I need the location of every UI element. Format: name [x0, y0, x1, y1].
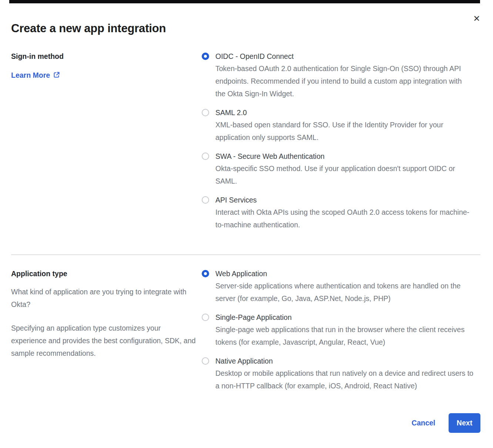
option-label: SAML 2.0 — [215, 108, 474, 117]
radio-single-page-application-icon[interactable] — [202, 314, 209, 321]
cancel-button[interactable]: Cancel — [412, 419, 435, 427]
learn-more-link[interactable]: Learn More — [11, 71, 60, 80]
top-edge-bar — [9, 0, 480, 3]
radio-oidc-icon[interactable] — [202, 53, 209, 60]
application-type-label: Application type — [11, 269, 202, 278]
next-button[interactable]: Next — [449, 413, 480, 433]
radio-api-services-icon[interactable] — [202, 196, 209, 204]
option-label: API Services — [215, 195, 474, 204]
option-description: Interact with Okta APIs using the scoped… — [215, 206, 474, 231]
application-type-question: What kind of application are you trying … — [11, 285, 198, 311]
external-link-icon — [53, 71, 60, 80]
option-description: Okta-specific SSO method. Use if your ap… — [215, 162, 474, 187]
radio-option-swa[interactable]: SWA - Secure Web Authentication Okta-spe… — [202, 152, 474, 187]
section-divider — [11, 254, 480, 255]
dialog-footer: Cancel Next — [11, 413, 480, 433]
option-description: Server-side applications where authentic… — [215, 280, 474, 305]
option-description: Single-page web applications that run in… — [215, 323, 474, 348]
dialog-title: Create a new app integration — [11, 21, 480, 36]
learn-more-label: Learn More — [11, 71, 50, 80]
option-description: Token-based OAuth 2.0 authentication for… — [215, 62, 474, 100]
radio-option-api-services[interactable]: API Services Interact with Okta APIs usi… — [202, 195, 474, 231]
sign-in-method-section: Sign-in method Learn More — [11, 52, 480, 231]
sign-in-method-label: Sign-in method — [11, 52, 202, 61]
option-label: SWA - Secure Web Authentication — [215, 152, 474, 161]
close-icon[interactable]: ✕ — [472, 13, 482, 24]
application-type-help-text: Specifying an application type customize… — [11, 322, 198, 360]
option-label: Native Application — [215, 357, 474, 365]
application-type-section: Application type What kind of applicatio… — [11, 269, 480, 392]
option-label: Single-Page Application — [215, 313, 474, 322]
radio-option-single-page-application[interactable]: Single-Page Application Single-page web … — [202, 313, 474, 348]
radio-option-web-application[interactable]: Web Application Server-side applications… — [202, 269, 474, 305]
option-label: Web Application — [215, 269, 474, 278]
radio-native-application-icon[interactable] — [202, 357, 209, 365]
option-description: Desktop or mobile applications that run … — [215, 367, 474, 392]
radio-web-application-icon[interactable] — [202, 270, 209, 277]
radio-option-native-application[interactable]: Native Application Desktop or mobile app… — [202, 357, 474, 392]
radio-option-saml[interactable]: SAML 2.0 XML-based open standard for SSO… — [202, 108, 474, 144]
option-description: XML-based open standard for SSO. Use if … — [215, 118, 474, 144]
create-app-integration-dialog: ✕ Create a new app integration Sign-in m… — [0, 0, 493, 448]
radio-option-oidc[interactable]: OIDC - OpenID Connect Token-based OAuth … — [202, 52, 474, 100]
radio-saml-icon[interactable] — [202, 109, 209, 116]
radio-swa-icon[interactable] — [202, 153, 209, 160]
option-label: OIDC - OpenID Connect — [215, 52, 474, 61]
